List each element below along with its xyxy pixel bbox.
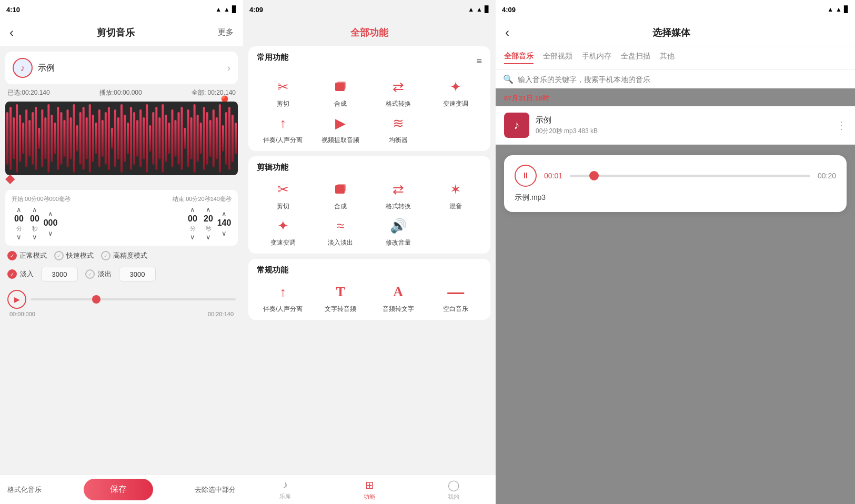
back-button-1[interactable]: ‹ — [9, 25, 14, 40]
edit-volume[interactable]: 🔊 修改音量 — [372, 216, 425, 247]
format-music-button[interactable]: 格式化音乐 — [7, 485, 42, 495]
media-tab-other[interactable]: 其他 — [660, 52, 675, 64]
search-input[interactable] — [518, 75, 848, 84]
library-icon: ♪ — [283, 479, 288, 491]
svg-rect-41 — [136, 120, 138, 157]
start-min-down[interactable]: ∨ — [16, 234, 22, 240]
tab-mine[interactable]: ◯ 我的 — [448, 479, 459, 501]
playback-thumb[interactable] — [92, 295, 100, 304]
wifi-icon-3: ▲ — [836, 6, 842, 13]
fade-out-radio[interactable] — [85, 269, 95, 279]
edit-speed[interactable]: ✦ 变速变调 — [257, 216, 309, 247]
more-button-1[interactable]: 更多 — [218, 27, 234, 37]
start-sec-val: 00 — [27, 214, 42, 224]
deselect-button[interactable]: 去除选中部分 — [195, 485, 236, 495]
start-seconds-spinner[interactable]: ∧ 00 秒 ∨ — [27, 206, 42, 240]
back-button-3[interactable]: ‹ — [505, 25, 509, 40]
edit-mix[interactable]: ✶ 混音 — [430, 180, 482, 211]
edit-compose[interactable]: 合成 — [315, 180, 367, 211]
media-tab-all-video[interactable]: 全部视频 — [543, 52, 572, 64]
spinners: ∧ 00 分 ∨ ∧ 00 秒 ∨ ∧ 000 ∨ — [12, 206, 232, 240]
end-sec-up[interactable]: ∧ — [206, 206, 211, 213]
start-ms-down[interactable]: ∨ — [48, 230, 53, 237]
end-min-up[interactable]: ∧ — [190, 206, 195, 213]
player-slider-track[interactable] — [570, 175, 810, 177]
song-thumbnail: ♪ — [504, 113, 529, 138]
media-tab-all-music[interactable]: 全部音乐 — [504, 52, 534, 64]
start-ms-up[interactable]: ∧ — [48, 210, 53, 217]
reg-vocal[interactable]: ↑ 伴奏/人声分离 — [257, 283, 309, 314]
edit-convert[interactable]: ⇄ 格式转换 — [372, 180, 425, 211]
edit-cut[interactable]: ✂ 剪切 — [257, 180, 309, 211]
svg-rect-12 — [44, 117, 46, 159]
menu-icon[interactable]: ≡ — [476, 56, 482, 67]
fade-in-input[interactable] — [41, 267, 78, 281]
save-button[interactable]: 保存 — [84, 479, 153, 500]
func-equalizer[interactable]: ≋ 均衡器 — [372, 114, 425, 145]
svg-rect-53 — [174, 120, 176, 157]
svg-rect-51 — [168, 123, 170, 154]
edit-functions-grid: ✂ 剪切 合成 ⇄ 格式转换 ✶ 混音 — [257, 180, 482, 247]
mode-fast-radio[interactable] — [54, 251, 64, 260]
end-ms-up[interactable]: ∧ — [222, 210, 227, 217]
mode-normal[interactable]: 正常模式 — [7, 251, 47, 260]
mode-normal-radio[interactable] — [7, 251, 17, 260]
svg-rect-43 — [143, 117, 145, 159]
vocal-icon: ↑ — [279, 114, 286, 133]
start-min-up[interactable]: ∧ — [16, 206, 22, 213]
end-sec-down[interactable]: ∨ — [206, 234, 211, 240]
func-compose[interactable]: 合成 — [315, 77, 367, 108]
pause-button[interactable]: ⏸ — [515, 165, 537, 187]
song-list-item[interactable]: ♪ 示例 00分20秒 mp3 483 kB ⋮ — [496, 106, 855, 145]
mode-fast-label: 快速模式 — [66, 251, 94, 260]
chevron-right-icon[interactable]: › — [227, 63, 230, 74]
func-vocal[interactable]: ↑ 伴奏/人声分离 — [257, 114, 309, 145]
mode-hq[interactable]: 高精度模式 — [101, 251, 147, 260]
media-tab-phone-memory[interactable]: 手机内存 — [582, 52, 611, 64]
func-video-audio[interactable]: ▶ 视频提取音频 — [315, 114, 367, 145]
playback-slider-container[interactable]: ▶ — [7, 290, 236, 309]
reg-vocal-label: 伴奏/人声分离 — [263, 305, 303, 314]
edit-fade[interactable]: ≈ 淡入淡出 — [315, 216, 367, 247]
play-button[interactable]: ▶ — [7, 290, 26, 309]
player-slider-thumb[interactable] — [589, 171, 599, 180]
start-sec-down[interactable]: ∨ — [32, 234, 37, 240]
svg-rect-20 — [70, 117, 72, 159]
mode-fast[interactable]: 快速模式 — [54, 251, 94, 260]
end-ms-spinner[interactable]: ∧ 140 ∨ — [217, 210, 232, 237]
more-dots-button[interactable]: ⋮ — [836, 119, 847, 132]
fade-out-option[interactable]: 淡出 — [85, 269, 112, 279]
waveform[interactable] — [5, 102, 238, 175]
end-ms-down[interactable]: ∨ — [222, 230, 227, 237]
tab-functions[interactable]: ⊞ 功能 — [364, 479, 375, 501]
time-adjust: 开始:00分00秒000毫秒 结束:00分20秒140毫秒 ∧ 00 分 ∨ ∧… — [5, 190, 238, 246]
media-tab-full-scan[interactable]: 全盘扫描 — [621, 52, 650, 64]
fade-in-option[interactable]: 淡入 — [7, 269, 34, 279]
fade-in-radio[interactable] — [7, 269, 17, 279]
reg-stt[interactable]: A 音频转文字 — [372, 283, 425, 314]
func-speed[interactable]: ✦ 变速变调 — [430, 77, 482, 108]
func-cut[interactable]: ✂ 剪切 — [257, 77, 309, 108]
playback-track[interactable] — [31, 298, 236, 300]
end-seconds-spinner[interactable]: ∧ 20 秒 ∨ — [201, 206, 216, 240]
func-convert[interactable]: ⇄ 格式转换 — [372, 77, 425, 108]
waveform-container[interactable]: 📍 — [5, 102, 238, 186]
edit-scissors-icon: ✂ — [277, 180, 289, 199]
reg-silence[interactable]: — 空白音乐 — [430, 283, 482, 314]
panel-select-media: 4:09 ▲ ▲ ▊ ‹ 选择媒体 全部音乐 全部视频 手机内存 全盘扫描 其他… — [496, 0, 855, 504]
song-row[interactable]: ♪ 示例 › — [5, 52, 238, 84]
svg-rect-18 — [64, 120, 66, 157]
tab-library[interactable]: ♪ 乐库 — [279, 479, 291, 500]
end-min-down[interactable]: ∨ — [190, 234, 195, 240]
mode-hq-radio[interactable] — [101, 251, 110, 260]
reg-tts[interactable]: T 文字转音频 — [315, 283, 367, 314]
fade-out-input[interactable] — [119, 267, 156, 281]
svg-rect-71 — [232, 115, 234, 162]
end-ms-val: 140 — [217, 218, 232, 228]
end-minutes-spinner[interactable]: ∧ 00 分 ∨ — [185, 206, 200, 240]
start-minutes-spinner[interactable]: ∧ 00 分 ∨ — [12, 206, 26, 240]
start-ms-spinner[interactable]: ∧ 000 ∨ — [43, 210, 58, 237]
left-handle-icon[interactable]: ◆ — [5, 171, 15, 186]
mode-row: 正常模式 快速模式 高精度模式 — [0, 246, 243, 266]
start-sec-up[interactable]: ∧ — [32, 206, 37, 213]
